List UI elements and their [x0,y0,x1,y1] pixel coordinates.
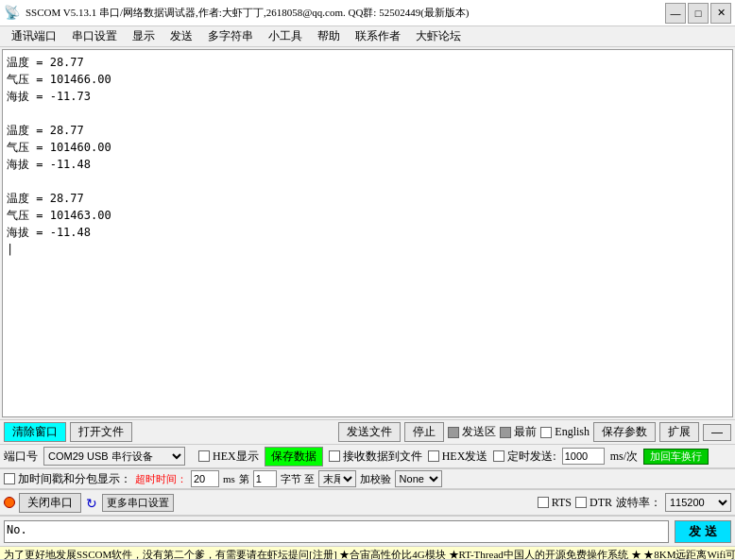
checksum-label: 加校验 [360,472,391,486]
terminal-line [7,173,728,190]
timeout-label: 超时时间： [135,472,187,486]
send-button[interactable]: 发 送 [675,520,731,543]
send-input[interactable]: No. [4,520,669,543]
receive-row: 加时间戳和分包显示： 超时时间： ms 第 字节 至 末尾 加校验 None [0,468,735,489]
timed-unit: ms/次 [610,449,638,465]
multi-port-button[interactable]: 更多串口设置 [102,494,174,512]
latest-checkbox-label[interactable]: 最前 [500,424,537,440]
page-num-input[interactable] [253,470,277,487]
terminal-line: 海拔 = -11.73 [7,88,728,105]
rts-checkbox[interactable] [538,497,549,508]
menu-tools[interactable]: 小工具 [261,26,310,46]
receive-to-file-text: 接收数据到文件 [343,449,422,465]
menu-help[interactable]: 帮助 [310,26,348,46]
terminal-line: 温度 = 28.77 [7,190,728,207]
timed-send-checkbox[interactable] [493,450,504,462]
menu-contact[interactable]: 联系作者 [348,26,408,46]
bottom-toolbar: 清除窗口 打开文件 发送文件 停止 发送区 最前 English 保存参数 扩展… [0,419,735,444]
latest-checkbox[interactable] [500,427,511,438]
terminal-line: 气压 = 101466.00 [7,71,728,88]
notice-strip: 为了更好地发展SSCOM软件，没有第二个爹，有需要请在虾坛提问[注册] ★合宙高… [0,546,735,559]
byte-label: 字节 至 [281,472,315,486]
english-checkbox[interactable] [540,427,552,438]
refresh-button[interactable]: ↻ [85,496,98,509]
receive-to-file-checkbox[interactable] [329,450,340,462]
menu-serial-settings[interactable]: 串口设置 [64,26,125,46]
timed-send-label[interactable]: 定时发送: [493,449,556,465]
end-select[interactable]: 末尾 [318,470,356,487]
title-controls: — □ ✕ [665,3,731,24]
hex-display-text: HEX显示 [213,449,259,465]
terminal-line: 海拔 = -11.48 [7,224,728,241]
menu-multistring[interactable]: 多字符串 [200,26,261,46]
timestamp-text: 加时间戳和分包显示： [18,471,131,487]
timestamp-label[interactable]: 加时间戳和分包显示： [4,471,131,487]
menu-bar: 通讯端口 串口设置 显示 发送 多字符串 小工具 帮助 联系作者 大虾论坛 [0,26,735,47]
latest-label: 最前 [514,424,537,440]
notice-text-1: 为了更好地发展SSCOM软件，没有第二个爹，有需要请在虾坛提问[注册] ★合宙高… [4,549,735,559]
save-params-button[interactable]: 保存参数 [593,422,656,442]
terminal-line: 温度 = 28.77 [7,122,728,139]
receive-to-file-label[interactable]: 接收数据到文件 [329,449,422,465]
circle-indicator [4,497,15,508]
terminal-line: 气压 = 101460.00 [7,139,728,156]
dtr-checkbox[interactable] [575,497,587,508]
stop-button[interactable]: 停止 [404,422,444,442]
maximize-button[interactable]: □ [688,3,709,24]
extend-collapse-button[interactable]: — [703,424,731,441]
extend-button[interactable]: 扩展 [659,422,699,442]
title-bar: 📡 SSCOM V5.13.1 串口/网络数据调试器,作者:大虾丁丁,26180… [0,0,735,26]
send-area-label: 发送区 [462,424,496,440]
save-data-button[interactable]: 保存数据 [265,447,323,467]
timed-send-text: 定时发送: [507,449,556,465]
menu-send[interactable]: 发送 [162,26,200,46]
english-checkbox-label[interactable]: English [540,425,590,439]
terminal-line [7,105,728,122]
close-button[interactable]: ✕ [710,3,731,24]
dtr-label[interactable]: DTR [575,496,612,510]
hex-display-checkbox[interactable] [198,450,210,462]
send-file-button[interactable]: 发送文件 [338,422,401,442]
hex-send-text: HEX发送 [442,449,488,465]
add-return-button[interactable]: 加回车换行 [643,449,709,465]
menu-display[interactable]: 显示 [125,26,162,46]
dtr-text: DTR [590,496,612,510]
send-area-checkbox-label[interactable]: 发送区 [448,424,496,440]
open-file-button[interactable]: 打开文件 [70,422,132,442]
timed-value-input[interactable]: 1000 [562,448,605,465]
timestamp-checkbox[interactable] [4,473,15,484]
send-area-checkbox[interactable] [448,427,459,438]
port-select[interactable]: COM29 USB 串行设备 [43,447,185,466]
timeout-unit: ms [223,473,235,484]
baud-row: 关闭串口 ↻ 更多串口设置 RTS DTR 波特率： 115200 9600 3… [0,489,735,516]
baud-label: 波特率： [616,495,661,511]
rts-label[interactable]: RTS [538,496,572,510]
baud-select[interactable]: 115200 9600 38400 57600 230400 [665,493,731,512]
english-text: English [555,425,590,439]
close-port-button[interactable]: 关闭串口 [19,493,81,513]
title-text: SSCOM V5.13.1 串口/网络数据调试器,作者:大虾丁丁,2618058… [26,6,470,20]
rts-text: RTS [552,496,572,510]
minimize-button[interactable]: — [665,3,686,24]
menu-comport[interactable]: 通讯端口 [4,26,64,46]
hex-send-checkbox[interactable] [428,450,439,462]
app-icon: 📡 [4,5,20,21]
terminal-line: 温度 = 28.77 [7,54,728,71]
terminal-area: 温度 = 28.77 气压 = 101466.00 海拔 = -11.73 温度… [2,49,733,417]
port-label: 端口号 [4,449,38,465]
hex-send-label[interactable]: HEX发送 [428,449,488,465]
terminal-cursor: | [7,241,728,258]
terminal-line: 气压 = 101463.00 [7,207,728,224]
clear-window-button[interactable]: 清除窗口 [4,422,66,442]
timeout-input[interactable] [191,470,219,487]
title-bar-left: 📡 SSCOM V5.13.1 串口/网络数据调试器,作者:大虾丁丁,26180… [4,5,470,21]
send-row: No. 发 送 [0,516,735,546]
terminal-line: 海拔 = -11.48 [7,156,728,173]
page-label: 第 [239,472,249,486]
port-row: 端口号 COM29 USB 串行设备 HEX显示 保存数据 接收数据到文件 HE… [0,444,735,468]
checksum-select[interactable]: None [395,470,442,487]
hex-display-label[interactable]: HEX显示 [198,449,259,465]
menu-forum[interactable]: 大虾论坛 [408,26,469,46]
